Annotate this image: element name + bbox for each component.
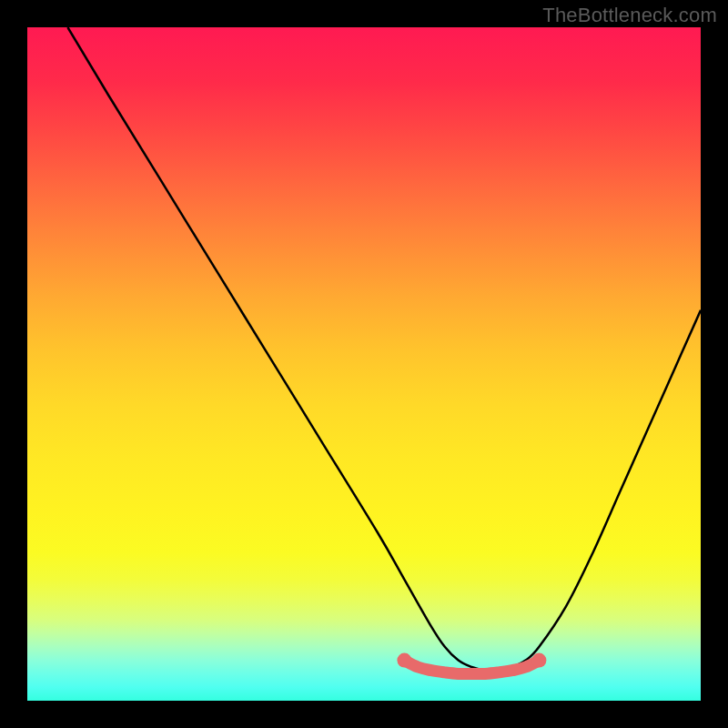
chart-curve-svg: [27, 27, 701, 701]
chart-optimal-highlight: [404, 661, 539, 674]
watermark-text: TheBottleneck.com: [542, 4, 717, 27]
highlight-dot-left: [397, 653, 411, 668]
chart-curve-line: [67, 27, 701, 671]
chart-plot-area: [27, 27, 701, 701]
highlight-dot-right: [531, 653, 546, 668]
